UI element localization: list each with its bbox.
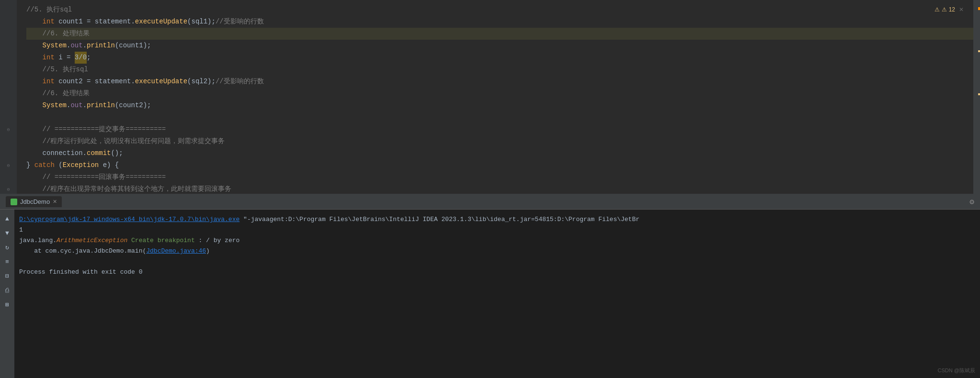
fold-icon-14[interactable]: ⊖: [0, 159, 17, 171]
exception-message: : / by zero: [199, 235, 240, 246]
comment-3: //6. 处理结果: [43, 28, 90, 40]
settings-icon[interactable]: ⚙: [969, 197, 974, 207]
fold-icon-1[interactable]: [0, 4, 17, 16]
terminal-cmd-line: D:\cyprogram\jdk-17_windows-x64_bin\jdk-…: [19, 214, 980, 225]
code-line-3: //6. 处理结果: [26, 28, 973, 40]
code-line-1: //5. 执行sql: [26, 4, 973, 16]
terminal-tab-close[interactable]: ✕: [53, 199, 57, 205]
code-line-16: //程序在出现异常时会将其转到这个地方，此时就需要回滚事务: [26, 183, 973, 194]
filter-btn[interactable]: ≡: [2, 256, 12, 267]
cls-system-2: System: [43, 100, 67, 111]
code-line-9: System . out . println (count2);: [26, 100, 973, 111]
fn-commit: commit: [87, 147, 111, 159]
stack-end: ): [206, 246, 210, 256]
field-out-2: out: [70, 100, 82, 111]
comment-9: // ===========回滚事务==========: [43, 171, 166, 183]
code-line-2: int count1 = statement. executeUpdate (s…: [26, 16, 973, 28]
fold-icon-8[interactable]: [0, 88, 17, 100]
terminal-output-1: 1: [19, 225, 980, 235]
comment-7: // ===========提交事务==========: [43, 123, 166, 135]
terminal-body: D:\cyprogram\jdk-17_windows-x64_bin\jdk-…: [14, 210, 980, 378]
cls-exception: Exception: [63, 159, 99, 171]
terminal-tab-name: JdbcDemo: [20, 198, 50, 205]
rerun-btn[interactable]: ↻: [2, 242, 12, 253]
fold-icon-7[interactable]: [0, 76, 17, 88]
fold-icon-11[interactable]: ⊖: [0, 123, 17, 135]
fold-icon-9[interactable]: [0, 100, 17, 111]
highlight-3div0: 3/0: [75, 52, 87, 64]
code-line-11: // ===========提交事务==========: [26, 123, 973, 135]
watermark: CSDN @陈斌辰: [938, 365, 975, 376]
stack-prefix: at com.cyc.java.JdbcDemo.main(: [19, 246, 146, 256]
fold-gutter: ⊖ ⊖ ⊖: [0, 0, 17, 194]
code-content: ⚠ ⚠ 12 ✕ //5. 执行sql int count1 = stateme…: [17, 0, 973, 194]
terminal-content-wrapper: ▲ ▼ ↻ ≡ ⊟ ⎙ ⊞ D:\cyprogram\jdk-17_window…: [0, 210, 980, 378]
terminal-stack-trace: at com.cyc.java.JdbcDemo.main( JdbcDemo.…: [19, 246, 980, 256]
comment-1: //5. 执行sql: [26, 4, 72, 16]
fold-icon-16[interactable]: ⊖: [0, 183, 17, 194]
fn-println-2: println: [87, 100, 115, 111]
terminal-blank-line: [19, 256, 980, 267]
terminal-tab[interactable]: JdbcDemo ✕: [6, 196, 62, 207]
cmd-args: "-javaagent:D:\Program Files\JetBrains\I…: [239, 214, 639, 225]
fold-icon-15[interactable]: [0, 171, 17, 183]
process-end-text: Process finished with exit code 0: [19, 267, 142, 278]
scrollbar-marker-orange: [978, 7, 980, 10]
code-line-10: [26, 111, 973, 123]
comment-6: //6. 处理结果: [43, 88, 90, 100]
comment-8: //程序运行到此处，说明没有出现任何问题，则需求提交事务: [43, 135, 225, 147]
fold-icon-10[interactable]: [0, 111, 17, 123]
fn-executeUpdate-2: executeUpdate: [135, 76, 187, 88]
code-line-8: //6. 处理结果: [26, 88, 973, 100]
terminal-header: JdbcDemo ✕ ⚙: [0, 194, 980, 210]
code-line-14: } catch ( Exception e) {: [26, 159, 973, 171]
fn-println-1: println: [87, 40, 115, 52]
run-down-btn[interactable]: ▼: [2, 228, 12, 238]
run-up-btn[interactable]: ▲: [2, 213, 12, 224]
editor-area: ⊖ ⊖ ⊖ ⚠ ⚠ 12 ✕ //5. 执行sql int count1 = s…: [0, 0, 980, 194]
collapse-btn[interactable]: ⊟: [2, 271, 12, 281]
code-line-13: connection. commit ();: [26, 147, 973, 159]
kw-catch: catch: [34, 159, 55, 171]
kw-int-2: int: [43, 52, 55, 64]
print-btn[interactable]: ⎙: [2, 285, 12, 296]
fold-icon-5[interactable]: [0, 52, 17, 64]
fold-icon-13[interactable]: [0, 147, 17, 159]
fold-icon-4[interactable]: [0, 40, 17, 52]
fn-executeUpdate-1: executeUpdate: [135, 16, 187, 28]
code-line-15: // ===========回滚事务==========: [26, 171, 973, 183]
code-line-7: int count2 = statement. executeUpdate (s…: [26, 76, 973, 88]
exception-type: ArithmeticException: [57, 235, 127, 246]
comment-2: //受影响的行数: [216, 16, 264, 28]
comment-5: //受影响的行数: [216, 76, 264, 88]
code-line-6: //5. 执行sql: [26, 64, 973, 76]
fold-icon-12[interactable]: [0, 135, 17, 147]
fold-icon-6[interactable]: [0, 64, 17, 76]
editor-scrollbar[interactable]: [973, 0, 980, 194]
terminal-process-end: Process finished with exit code 0: [19, 267, 980, 278]
output-num-1: 1: [19, 225, 23, 235]
terminal-panel: JdbcDemo ✕ ⚙ ▲ ▼ ↻ ≡ ⊟ ⎙ ⊞ D:\cyprogram\…: [0, 194, 980, 378]
code-line-4: System . out . println (count1);: [26, 40, 973, 52]
terminal-tab-icon: [11, 199, 17, 205]
scrollbar-marker-yellow: [978, 50, 980, 52]
kw-int-3: int: [43, 76, 55, 88]
scrollbar-marker-yellow-2: [978, 93, 980, 95]
expand-btn[interactable]: ⊞: [2, 300, 12, 310]
cls-system: System: [43, 40, 67, 52]
comment-10: //程序在出现异常时会将其转到这个地方，此时就需要回滚事务: [43, 183, 232, 194]
terminal-exception-line: java.lang. ArithmeticException Create br…: [19, 235, 980, 246]
kw-int-1: int: [43, 16, 55, 28]
breakpoint-link[interactable]: Create breakpoint: [127, 235, 198, 246]
terminal-side-toolbar: ▲ ▼ ↻ ≡ ⊟ ⎙ ⊞: [0, 210, 14, 378]
exception-class-prefix: java.lang.: [19, 235, 57, 246]
fold-icon-2[interactable]: [0, 16, 17, 28]
fold-icon-3[interactable]: [0, 28, 17, 40]
code-line-5: int i = 3/0 ;: [26, 52, 973, 64]
comment-4: //5. 执行sql: [43, 64, 88, 76]
java-exe-link[interactable]: D:\cyprogram\jdk-17_windows-x64_bin\jdk-…: [19, 214, 239, 225]
field-out: out: [70, 40, 82, 52]
stack-link[interactable]: JdbcDemo.java:46: [146, 246, 206, 256]
code-line-12: //程序运行到此处，说明没有出现任何问题，则需求提交事务: [26, 135, 973, 147]
